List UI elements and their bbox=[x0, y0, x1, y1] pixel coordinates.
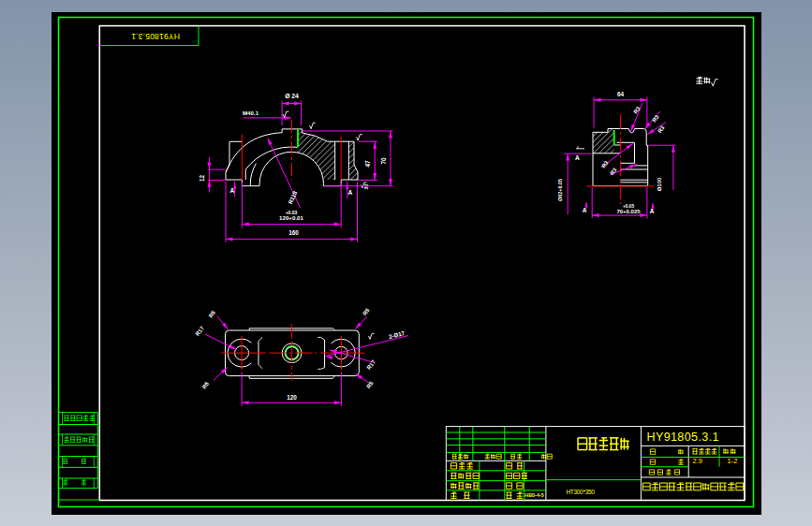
svg-text:47: 47 bbox=[364, 160, 371, 168]
svg-text:M40.1: M40.1 bbox=[243, 110, 259, 116]
svg-text:160: 160 bbox=[288, 229, 299, 236]
svg-text:Ø100: Ø100 bbox=[657, 177, 662, 191]
svg-text:HT300*350: HT300*350 bbox=[566, 489, 595, 495]
svg-text:70+0.025: 70+0.025 bbox=[616, 209, 641, 214]
svg-text:A: A bbox=[650, 208, 655, 214]
svg-text:A: A bbox=[230, 187, 235, 194]
svg-text:2.9: 2.9 bbox=[693, 457, 702, 465]
svg-text:30: 30 bbox=[363, 183, 369, 189]
svg-text:120: 120 bbox=[287, 394, 297, 401]
svg-text:A: A bbox=[348, 189, 353, 196]
svg-text:1-2: 1-2 bbox=[728, 457, 738, 465]
svg-text:70: 70 bbox=[380, 157, 387, 165]
svg-text:HY91805.3.1: HY91805.3.1 bbox=[131, 32, 180, 41]
svg-text:HB0-4-5: HB0-4-5 bbox=[524, 492, 543, 498]
svg-text:HY91805.3.1: HY91805.3.1 bbox=[647, 431, 719, 444]
svg-text:64: 64 bbox=[617, 91, 625, 97]
svg-text:A: A bbox=[575, 154, 580, 161]
svg-text:Ø62+0.05: Ø62+0.05 bbox=[557, 179, 563, 201]
svg-text:Ø 24: Ø 24 bbox=[285, 93, 299, 99]
svg-text:A: A bbox=[583, 207, 587, 213]
svg-text:12: 12 bbox=[199, 175, 205, 183]
svg-text:120+0.01: 120+0.01 bbox=[279, 214, 304, 221]
